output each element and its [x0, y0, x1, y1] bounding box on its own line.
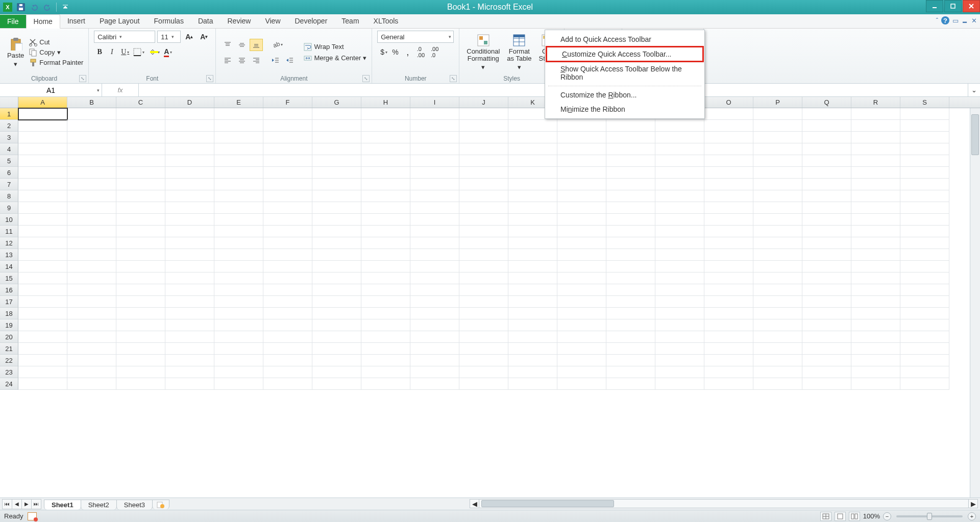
cell-B24[interactable] [67, 378, 116, 390]
cell-D18[interactable] [165, 308, 214, 319]
cell-O18[interactable] [704, 308, 753, 319]
cell-A2[interactable] [18, 120, 67, 132]
col-header-B[interactable]: B [67, 97, 116, 108]
number-format-select[interactable]: General▾ [377, 31, 454, 43]
cell-A21[interactable] [18, 343, 67, 355]
align-top-button[interactable] [221, 39, 234, 51]
cell-S22[interactable] [900, 355, 949, 366]
cell-R6[interactable] [851, 167, 900, 179]
cell-E23[interactable] [214, 366, 263, 378]
cut-button[interactable]: Cut [29, 38, 83, 46]
formula-bar-expand-icon[interactable]: ⌄ [968, 84, 980, 96]
cell-P7[interactable] [753, 179, 802, 190]
paste-button[interactable]: Paste ▾ [5, 36, 26, 69]
cell-K14[interactable] [508, 261, 557, 272]
col-header-S[interactable]: S [900, 97, 949, 108]
cell-G14[interactable] [312, 261, 361, 272]
cell-M5[interactable] [606, 155, 655, 167]
cell-A23[interactable] [18, 366, 67, 378]
zoom-in-button[interactable]: + [968, 512, 976, 520]
cell-E24[interactable] [214, 378, 263, 390]
cell-G16[interactable] [312, 284, 361, 296]
cell-M23[interactable] [606, 366, 655, 378]
cell-F19[interactable] [263, 319, 312, 331]
cell-Q7[interactable] [802, 179, 851, 190]
cell-H10[interactable] [361, 214, 410, 226]
hscroll-thumb[interactable] [481, 500, 614, 507]
cell-S4[interactable] [900, 143, 949, 155]
cell-R12[interactable] [851, 237, 900, 249]
cell-Q15[interactable] [802, 272, 851, 284]
cell-M9[interactable] [606, 202, 655, 214]
cell-K5[interactable] [508, 155, 557, 167]
cell-G7[interactable] [312, 179, 361, 190]
cell-D17[interactable] [165, 296, 214, 308]
cell-I14[interactable] [410, 261, 459, 272]
cell-S21[interactable] [900, 343, 949, 355]
cell-I15[interactable] [410, 272, 459, 284]
cell-B1[interactable] [67, 108, 116, 120]
cell-C2[interactable] [116, 120, 165, 132]
cell-F6[interactable] [263, 167, 312, 179]
cell-I5[interactable] [410, 155, 459, 167]
cell-I9[interactable] [410, 202, 459, 214]
increase-decimal-button[interactable]: .0.00 [414, 46, 427, 58]
cell-L7[interactable] [557, 179, 606, 190]
cell-P21[interactable] [753, 343, 802, 355]
cell-B21[interactable] [67, 343, 116, 355]
cell-O10[interactable] [704, 214, 753, 226]
col-header-E[interactable]: E [214, 97, 263, 108]
orientation-button[interactable]: ab▾ [269, 39, 283, 51]
col-header-O[interactable]: O [704, 97, 753, 108]
cell-P1[interactable] [753, 108, 802, 120]
cell-J21[interactable] [459, 343, 508, 355]
cell-R3[interactable] [851, 132, 900, 143]
cell-O1[interactable] [704, 108, 753, 120]
cell-S3[interactable] [900, 132, 949, 143]
cell-S14[interactable] [900, 261, 949, 272]
cell-J16[interactable] [459, 284, 508, 296]
cell-N23[interactable] [655, 366, 704, 378]
cell-K11[interactable] [508, 226, 557, 237]
font-name-select[interactable]: Calibri▾ [94, 31, 155, 43]
cell-R20[interactable] [851, 331, 900, 343]
cell-O24[interactable] [704, 378, 753, 390]
tab-team[interactable]: Team [334, 14, 366, 28]
row-header-22[interactable]: 22 [0, 355, 18, 366]
horizontal-scrollbar[interactable]: ◀ ▶ [470, 499, 978, 508]
cell-R22[interactable] [851, 355, 900, 366]
cell-H22[interactable] [361, 355, 410, 366]
name-box[interactable]: ▾ [0, 84, 102, 96]
alignment-launcher-icon[interactable]: ⤡ [362, 75, 370, 82]
cell-N16[interactable] [655, 284, 704, 296]
cell-N5[interactable] [655, 155, 704, 167]
row-header-14[interactable]: 14 [0, 261, 18, 272]
cell-M21[interactable] [606, 343, 655, 355]
cell-E1[interactable] [214, 108, 263, 120]
cell-N4[interactable] [655, 143, 704, 155]
decrease-decimal-button[interactable]: .00.0 [428, 46, 441, 58]
cell-O5[interactable] [704, 155, 753, 167]
cell-Q24[interactable] [802, 378, 851, 390]
cell-D5[interactable] [165, 155, 214, 167]
cell-N8[interactable] [655, 190, 704, 202]
cell-E14[interactable] [214, 261, 263, 272]
cell-P13[interactable] [753, 249, 802, 261]
cell-H13[interactable] [361, 249, 410, 261]
row-header-11[interactable]: 11 [0, 226, 18, 237]
row-header-16[interactable]: 16 [0, 284, 18, 296]
menu-customize-ribbon[interactable]: Customize the Ribbon... [545, 88, 704, 102]
cell-I6[interactable] [410, 167, 459, 179]
cell-F3[interactable] [263, 132, 312, 143]
cell-K22[interactable] [508, 355, 557, 366]
cell-G18[interactable] [312, 308, 361, 319]
cell-A20[interactable] [18, 331, 67, 343]
borders-button[interactable]: ▾ [131, 46, 145, 58]
cell-I19[interactable] [410, 319, 459, 331]
cell-L3[interactable] [557, 132, 606, 143]
cell-L6[interactable] [557, 167, 606, 179]
sheet-nav-first[interactable]: ⏮ [2, 499, 12, 509]
cell-J2[interactable] [459, 120, 508, 132]
col-header-F[interactable]: F [263, 97, 312, 108]
view-normal-button[interactable] [820, 512, 831, 521]
